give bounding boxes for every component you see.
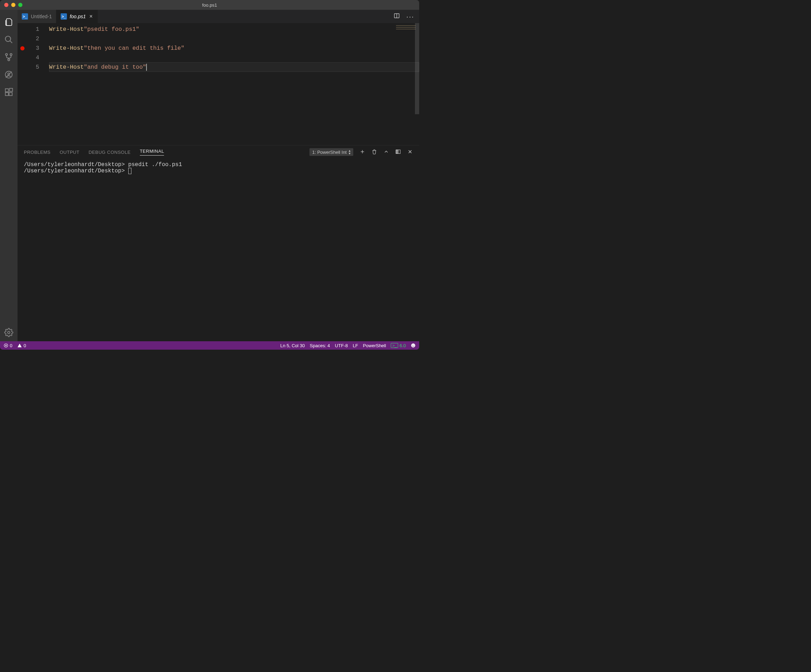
line-number: 4 <box>17 53 49 63</box>
svg-rect-19 <box>396 150 398 154</box>
status-feedback-icon[interactable] <box>411 343 416 348</box>
source-control-icon[interactable] <box>0 48 17 66</box>
debug-icon[interactable] <box>0 66 17 83</box>
code-line[interactable] <box>49 34 419 44</box>
editor-tabs: >_ Untitled-1 >_ foo.ps1 × ··· <box>17 10 419 23</box>
editor-scrollbar[interactable] <box>415 23 419 114</box>
minimize-window-button[interactable] <box>11 3 15 7</box>
line-number: 3 <box>17 44 49 53</box>
code-line[interactable]: Write-Host "psedit foo.ps1" <box>49 25 419 34</box>
svg-rect-11 <box>9 93 12 96</box>
close-tab-icon[interactable]: × <box>89 13 93 20</box>
svg-line-1 <box>10 41 12 43</box>
svg-point-27 <box>414 345 414 345</box>
search-icon[interactable] <box>0 31 17 48</box>
editor-gutter: 1 2 3 4 5 <box>17 23 49 145</box>
terminal-selector-label: 1: PowerShell Int <box>312 150 347 155</box>
svg-rect-12 <box>10 88 13 91</box>
terminal-prompt: /Users/tylerleonhardt/Desktop> <box>24 168 128 174</box>
svg-point-4 <box>8 59 10 61</box>
status-indentation[interactable]: Spaces: 4 <box>310 343 330 348</box>
status-powershell-version[interactable]: >_ 6.0 <box>391 343 406 348</box>
powershell-file-icon: >_ <box>61 13 67 20</box>
main-area: >_ Untitled-1 >_ foo.ps1 × ··· <box>0 10 419 341</box>
titlebar: foo.ps1 <box>0 0 419 10</box>
close-panel-icon[interactable] <box>407 149 413 156</box>
svg-point-3 <box>10 54 12 55</box>
panel-tab-debug-console[interactable]: DEBUG CONSOLE <box>89 150 131 155</box>
code-line[interactable]: Write-Host "then you can edit this file" <box>49 44 419 53</box>
panel-tab-terminal[interactable]: TERMINAL <box>140 149 165 156</box>
terminal-cursor <box>128 168 131 174</box>
window-controls <box>0 3 22 7</box>
maximize-window-button[interactable] <box>18 3 22 7</box>
tab-foo-ps1[interactable]: >_ foo.ps1 × <box>56 10 98 23</box>
status-warnings[interactable]: 0 <box>17 343 26 348</box>
panel-tabs: PROBLEMS OUTPUT DEBUG CONSOLE TERMINAL 1… <box>17 146 419 159</box>
svg-rect-9 <box>5 89 8 92</box>
breakpoint-icon[interactable] <box>20 46 25 51</box>
app-window: foo.ps1 <box>0 0 419 350</box>
svg-point-26 <box>412 345 413 345</box>
status-language[interactable]: PowerShell <box>363 343 386 348</box>
kill-terminal-icon[interactable] <box>372 149 377 156</box>
editor-actions: ··· <box>394 10 419 23</box>
tab-label: Untitled-1 <box>31 14 52 19</box>
new-terminal-icon[interactable] <box>360 149 365 156</box>
tab-untitled-1[interactable]: >_ Untitled-1 <box>17 10 56 23</box>
explorer-icon[interactable] <box>0 13 17 31</box>
extensions-icon[interactable] <box>0 83 17 101</box>
status-cursor-position[interactable]: Ln 5, Col 30 <box>280 343 305 348</box>
terminal-prompt: /Users/tylerleonhardt/Desktop> <box>24 161 125 168</box>
code-editor[interactable]: 1 2 3 4 5 Write-Host "psedit foo.ps1" Wr… <box>17 23 419 145</box>
terminal-command: psedit ./foo.ps1 <box>125 161 182 168</box>
terminal-selector[interactable]: 1: PowerShell Int ▴▾ <box>309 148 353 156</box>
svg-point-25 <box>411 344 415 347</box>
gear-icon[interactable] <box>0 324 17 341</box>
panel-actions: 1: PowerShell Int ▴▾ <box>309 148 413 156</box>
terminal[interactable]: /Users/tylerleonhardt/Desktop> psedit ./… <box>17 159 419 341</box>
more-actions-icon[interactable]: ··· <box>406 13 414 21</box>
editor-content[interactable]: Write-Host "psedit foo.ps1" Write-Host "… <box>49 23 419 145</box>
window-title: foo.ps1 <box>0 2 419 8</box>
status-errors[interactable]: 0 <box>3 343 12 348</box>
powershell-terminal-icon: >_ <box>391 343 398 348</box>
activity-bar <box>0 10 17 341</box>
line-number: 5 <box>17 63 49 72</box>
panel-tab-output[interactable]: OUTPUT <box>59 150 79 155</box>
minimap[interactable] <box>396 25 416 30</box>
code-line[interactable] <box>49 53 419 63</box>
line-number: 2 <box>17 34 49 44</box>
svg-rect-10 <box>5 93 8 96</box>
code-line[interactable]: Write-Host "and debug it too" <box>49 63 419 72</box>
panel-tab-problems[interactable]: PROBLEMS <box>24 150 51 155</box>
line-number: 1 <box>17 25 49 34</box>
collapse-panel-icon[interactable] <box>383 149 389 156</box>
bottom-panel: PROBLEMS OUTPUT DEBUG CONSOLE TERMINAL 1… <box>17 145 419 341</box>
powershell-file-icon: >_ <box>22 13 28 20</box>
text-cursor <box>146 64 147 71</box>
status-encoding[interactable]: UTF-8 <box>335 343 348 348</box>
tab-label: foo.ps1 <box>70 14 86 19</box>
svg-point-13 <box>8 332 10 334</box>
dropdown-arrows-icon: ▴▾ <box>349 149 351 155</box>
maximize-panel-icon[interactable] <box>395 149 401 156</box>
content-column: >_ Untitled-1 >_ foo.ps1 × ··· <box>17 10 419 341</box>
svg-point-2 <box>6 54 7 55</box>
close-window-button[interactable] <box>4 3 8 7</box>
svg-point-0 <box>5 36 10 41</box>
split-editor-icon[interactable] <box>394 13 400 20</box>
status-bar: 0 0 Ln 5, Col 30 Spaces: 4 UTF-8 LF Powe… <box>0 341 419 350</box>
status-eol[interactable]: LF <box>353 343 358 348</box>
